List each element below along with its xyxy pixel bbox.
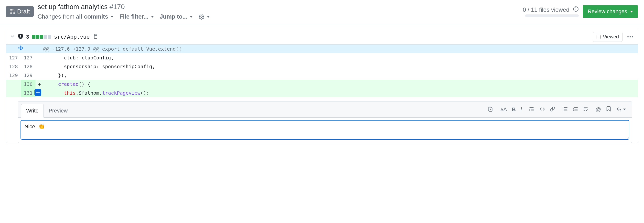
draft-label: Draft xyxy=(17,8,30,15)
files-viewed-count: 0 / 11 files viewed xyxy=(523,6,570,13)
collapse-file-toggle[interactable] xyxy=(10,34,15,40)
reply-icon[interactable] xyxy=(616,107,626,112)
review-changes-button[interactable]: Review changes xyxy=(583,5,638,18)
file-filter-dropdown[interactable]: File filter... xyxy=(120,13,154,20)
add-line-comment-button[interactable] xyxy=(34,89,41,96)
owner-shield-icon[interactable] xyxy=(18,34,23,40)
comment-textarea[interactable] xyxy=(20,120,629,140)
chevron-down-icon xyxy=(207,16,210,18)
gear-icon xyxy=(198,14,204,20)
comment-form: Write Preview AA B i xyxy=(18,101,632,143)
hunk-header: @@ -127,6 +127,9 @@ export default Vue.e… xyxy=(43,45,638,53)
files-viewed-progress xyxy=(525,15,579,17)
diff-row-context: 128 128 sponsorship: sponsorshipConfig, xyxy=(6,62,638,71)
copy-path-button[interactable] xyxy=(92,34,98,40)
diff-stat-blocks xyxy=(32,35,51,39)
file-path[interactable]: src/App.vue xyxy=(54,34,90,40)
diff-stat-count[interactable]: 3 xyxy=(26,34,29,40)
heading-icon[interactable]: AA xyxy=(500,106,507,113)
code-icon[interactable] xyxy=(540,106,545,112)
expand-hunk-button[interactable] xyxy=(9,45,32,51)
link-icon[interactable] xyxy=(550,106,555,112)
pr-title: set up fathom analytics #170 xyxy=(38,3,124,11)
preview-tab[interactable]: Preview xyxy=(44,104,72,117)
diff-row-addition: 130 + created() { xyxy=(6,80,638,89)
diff-row-addition: 131 + this.$fathom.trackPageview(); xyxy=(6,89,638,97)
file-menu-button[interactable] xyxy=(626,35,634,38)
diff-row-context: 129 129 }), xyxy=(6,71,638,80)
svg-rect-3 xyxy=(94,36,97,38)
git-pull-request-icon xyxy=(10,9,15,14)
quote-icon[interactable] xyxy=(529,106,534,112)
mention-icon[interactable]: @ xyxy=(596,106,601,113)
chevron-down-icon xyxy=(623,109,626,110)
jump-to-dropdown[interactable]: Jump to... xyxy=(160,13,193,20)
viewed-checkbox[interactable]: Viewed xyxy=(593,32,622,42)
numbered-list-icon[interactable] xyxy=(573,106,578,112)
chevron-down-icon xyxy=(111,16,114,18)
pr-number: #170 xyxy=(110,3,124,11)
italic-icon[interactable]: i xyxy=(520,106,522,113)
suggestion-icon[interactable] xyxy=(488,106,493,112)
diff-settings-dropdown[interactable] xyxy=(198,14,210,20)
chevron-down-icon xyxy=(190,16,193,18)
task-list-icon[interactable] xyxy=(583,106,588,112)
bold-icon[interactable]: B xyxy=(512,106,516,113)
draft-badge: Draft xyxy=(6,6,34,17)
bulleted-list-icon[interactable] xyxy=(562,106,568,112)
svg-point-2 xyxy=(576,8,576,8)
viewed-checkbox-input[interactable] xyxy=(596,35,600,39)
saved-reply-icon[interactable] xyxy=(606,106,611,112)
chevron-down-icon xyxy=(630,11,633,13)
changes-from-dropdown[interactable]: Changes from all commits xyxy=(38,13,114,20)
chevron-down-icon xyxy=(151,16,154,18)
info-icon[interactable] xyxy=(573,6,579,14)
diff-row-context: 127 127 club: clubConfig, xyxy=(6,53,638,62)
write-tab[interactable]: Write xyxy=(21,104,44,118)
viewed-label: Viewed xyxy=(603,34,619,40)
